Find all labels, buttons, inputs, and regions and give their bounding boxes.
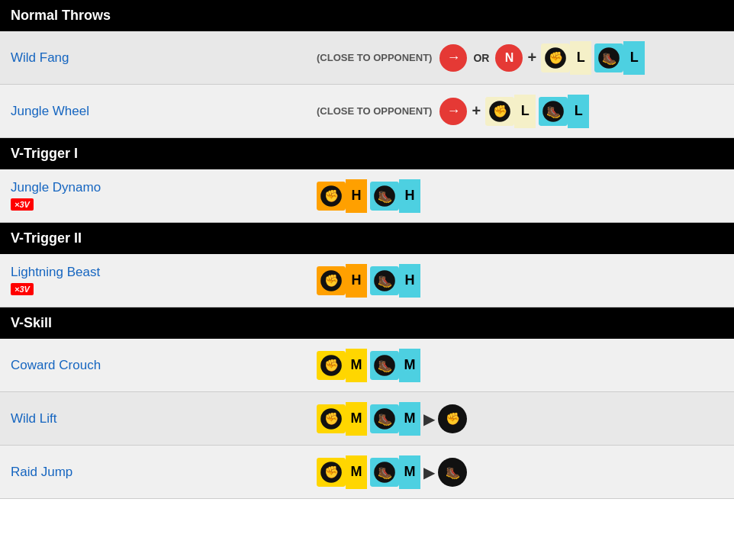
move-name-wild-fang: Wild Fang [0, 43, 309, 73]
input-fist-h-2: ✊ H [317, 264, 367, 298]
input-kick-m-2: 🥾 M [370, 402, 420, 436]
svg-text:✊: ✊ [324, 358, 340, 372]
section-label-3: V-Trigger II [11, 230, 82, 246]
l-label-1: L [570, 41, 591, 75]
input-kick-l-2: 🥾 L [539, 95, 589, 128]
plus-sign-2: + [472, 102, 481, 120]
move-row-lightning-beast: Lightning Beast ×3V ✊ H 🥾 H [0, 254, 734, 307]
h-label-4: H [399, 264, 420, 298]
n-circle-icon: N [495, 44, 523, 72]
kick-svg-8: 🥾 [438, 458, 467, 487]
svg-text:✊: ✊ [324, 465, 340, 479]
fist-svg-2: ✊ [485, 97, 514, 126]
kick-svg-6: 🥾 [370, 404, 399, 433]
move-inputs-jungle-wheel: (CLOSE TO OPPONENT) → + ✊ L 🥾 L [309, 89, 597, 134]
move-name-lightning-beast: Lightning Beast ×3V [0, 257, 309, 304]
move-inputs-wild-lift: ✊ M 🥾 M ▶ ✊ [309, 396, 475, 442]
input-kick-h-2: 🥾 H [370, 264, 420, 298]
input-fist-m-2: ✊ M [317, 402, 367, 436]
section-label: Normal Throws [11, 8, 111, 23]
close-text: (CLOSE TO OPPONENT) [317, 52, 432, 63]
input-kick-m-3: 🥾 M [370, 455, 420, 489]
move-row-wild-fang: Wild Fang (CLOSE TO OPPONENT) → OR N + ✊… [0, 31, 734, 85]
kick-svg-3: 🥾 [370, 182, 399, 211]
svg-text:🥾: 🥾 [378, 189, 393, 204]
move-row-jungle-dynamo: Jungle Dynamo ×3V ✊ H 🥾 H [0, 169, 734, 223]
h-label-3: H [346, 264, 367, 298]
fist-svg-6: ✊ [317, 404, 346, 433]
move-row-coward-crouch: Coward Crouch ✊ M 🥾 M [0, 339, 734, 392]
fist-svg-5: ✊ [317, 351, 346, 380]
m-label-2: M [399, 349, 420, 382]
kick-svg-4: 🥾 [370, 266, 399, 295]
kick-svg-5: 🥾 [370, 351, 399, 380]
section-label-2: V-Trigger I [11, 146, 78, 161]
input-fist-h-1: ✊ H [317, 179, 367, 213]
or-label: OR [473, 52, 489, 64]
section-header-vtrigger-i: V-Trigger I [0, 138, 734, 169]
move-name-raid-jump: Raid Jump [0, 457, 309, 488]
m-label-5: M [346, 455, 367, 489]
input-throw-l-1: ✊ L [541, 41, 591, 75]
play-arrow-icon: ▶ [423, 410, 435, 428]
l-label-2: L [623, 41, 645, 75]
svg-text:🥾: 🥾 [446, 465, 461, 480]
input-kick-l-1: 🥾 L [594, 41, 645, 75]
move-inputs-lightning-beast: ✊ H 🥾 H [309, 258, 428, 304]
svg-text:✊: ✊ [446, 411, 461, 426]
fist-svg-7: ✊ [438, 404, 467, 433]
section-header-vtrigger-ii: V-Trigger II [0, 223, 734, 254]
l-label-3: L [514, 95, 536, 128]
fist-svg-1: ✊ [541, 43, 570, 72]
input-fist-m-1: ✊ M [317, 349, 367, 382]
input-kick-h-1: 🥾 H [370, 179, 420, 213]
move-row-jungle-wheel: Jungle Wheel (CLOSE TO OPPONENT) → + ✊ L… [0, 85, 734, 138]
kick-svg-1: 🥾 [594, 43, 623, 72]
input-fist-m-3: ✊ M [317, 455, 367, 489]
move-name-jungle-wheel: Jungle Wheel [0, 96, 309, 127]
m-label-1: M [346, 349, 367, 382]
move-inputs-jungle-dynamo: ✊ H 🥾 H [309, 173, 428, 219]
move-name-wild-lift: Wild Lift [0, 404, 309, 434]
svg-text:🥾: 🥾 [378, 274, 393, 288]
close-text-2: (CLOSE TO OPPONENT) [317, 105, 432, 117]
play-arrow-icon-2: ▶ [423, 463, 435, 481]
kick-svg-2: 🥾 [539, 97, 568, 126]
direction-arrow-icon-2: → [439, 98, 467, 125]
fist-svg-4: ✊ [317, 266, 346, 295]
svg-text:🥾: 🥾 [378, 359, 393, 373]
kick-svg-7: 🥾 [370, 458, 399, 487]
svg-text:✊: ✊ [493, 104, 508, 118]
input-throw-l-2: ✊ L [485, 95, 536, 128]
fist-svg-8: ✊ [317, 458, 346, 487]
svg-text:🥾: 🥾 [546, 105, 562, 119]
move-name-jungle-dynamo: Jungle Dynamo ×3V [0, 172, 309, 219]
plus-sign: + [527, 49, 536, 66]
svg-text:🥾: 🥾 [378, 465, 393, 480]
x3v-badge-2: ×3V [11, 283, 34, 295]
svg-text:🥾: 🥾 [602, 51, 617, 66]
moves-table: Normal Throws Wild Fang (CLOSE TO OPPONE… [0, 0, 734, 499]
move-inputs-wild-fang: (CLOSE TO OPPONENT) → OR N + ✊ L [309, 35, 652, 81]
m-label-6: M [399, 455, 420, 489]
svg-text:✊: ✊ [324, 188, 340, 203]
l-label-4: L [568, 95, 589, 128]
svg-text:✊: ✊ [549, 50, 564, 65]
fist-svg-3: ✊ [317, 182, 346, 211]
svg-text:✊: ✊ [324, 273, 340, 288]
m-label-4: M [399, 402, 420, 436]
x3v-badge: ×3V [11, 198, 34, 211]
move-inputs-coward-crouch: ✊ M 🥾 M [309, 343, 428, 388]
svg-text:✊: ✊ [324, 411, 340, 426]
section-header-vskill: V-Skill [0, 307, 734, 339]
h-label-1: H [346, 179, 367, 213]
h-label-2: H [399, 179, 420, 213]
section-header-normal-throws: Normal Throws [0, 0, 734, 31]
svg-text:🥾: 🥾 [378, 412, 393, 426]
section-label-4: V-Skill [11, 315, 52, 330]
move-row-raid-jump: Raid Jump ✊ M 🥾 M ▶ [0, 446, 734, 499]
direction-arrow-icon: → [439, 44, 467, 72]
move-inputs-raid-jump: ✊ M 🥾 M ▶ 🥾 [309, 449, 475, 495]
input-kick-m-1: 🥾 M [370, 349, 420, 382]
m-label-3: M [346, 402, 367, 436]
